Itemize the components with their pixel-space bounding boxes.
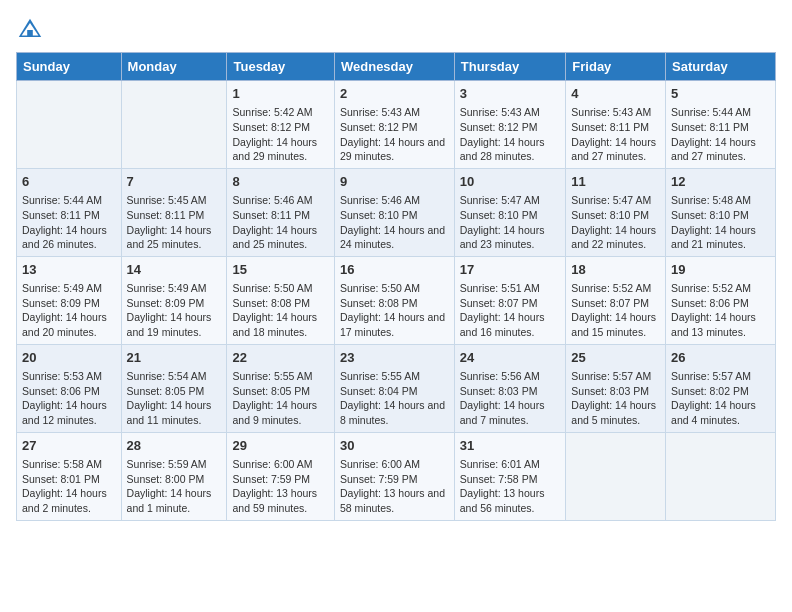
day-info: Sunset: 8:05 PM: [232, 384, 329, 399]
day-info: Daylight: 14 hours and 29 minutes.: [340, 135, 449, 164]
day-number: 20: [22, 349, 116, 367]
calendar-cell: 25Sunrise: 5:57 AMSunset: 8:03 PMDayligh…: [566, 344, 666, 432]
calendar-table: SundayMondayTuesdayWednesdayThursdayFrid…: [16, 52, 776, 521]
day-info: Sunset: 8:09 PM: [22, 296, 116, 311]
calendar-cell: 23Sunrise: 5:55 AMSunset: 8:04 PMDayligh…: [334, 344, 454, 432]
day-number: 15: [232, 261, 329, 279]
day-info: Sunrise: 5:50 AM: [340, 281, 449, 296]
calendar-body: 1Sunrise: 5:42 AMSunset: 8:12 PMDaylight…: [17, 81, 776, 521]
day-info: Daylight: 14 hours and 5 minutes.: [571, 398, 660, 427]
day-info: Sunset: 8:06 PM: [671, 296, 770, 311]
day-info: Sunset: 7:58 PM: [460, 472, 561, 487]
day-number: 22: [232, 349, 329, 367]
day-info: Daylight: 14 hours and 27 minutes.: [571, 135, 660, 164]
calendar-cell: 28Sunrise: 5:59 AMSunset: 8:00 PMDayligh…: [121, 432, 227, 520]
day-info: Sunset: 8:07 PM: [460, 296, 561, 311]
calendar-cell: [566, 432, 666, 520]
day-number: 3: [460, 85, 561, 103]
day-info: Daylight: 14 hours and 18 minutes.: [232, 310, 329, 339]
day-info: Sunset: 8:10 PM: [671, 208, 770, 223]
calendar-cell: 30Sunrise: 6:00 AMSunset: 7:59 PMDayligh…: [334, 432, 454, 520]
day-number: 12: [671, 173, 770, 191]
day-info: Daylight: 14 hours and 16 minutes.: [460, 310, 561, 339]
day-info: Sunrise: 5:58 AM: [22, 457, 116, 472]
day-info: Sunset: 8:10 PM: [460, 208, 561, 223]
day-info: Daylight: 14 hours and 24 minutes.: [340, 223, 449, 252]
day-info: Sunrise: 5:50 AM: [232, 281, 329, 296]
day-info: Sunrise: 5:57 AM: [671, 369, 770, 384]
day-number: 14: [127, 261, 222, 279]
day-info: Sunrise: 5:44 AM: [671, 105, 770, 120]
day-number: 27: [22, 437, 116, 455]
calendar-cell: 18Sunrise: 5:52 AMSunset: 8:07 PMDayligh…: [566, 256, 666, 344]
calendar-cell: 4Sunrise: 5:43 AMSunset: 8:11 PMDaylight…: [566, 81, 666, 169]
weekday-header-row: SundayMondayTuesdayWednesdayThursdayFrid…: [17, 53, 776, 81]
calendar-week-1: 1Sunrise: 5:42 AMSunset: 8:12 PMDaylight…: [17, 81, 776, 169]
day-info: Sunrise: 5:55 AM: [340, 369, 449, 384]
weekday-header-monday: Monday: [121, 53, 227, 81]
day-number: 10: [460, 173, 561, 191]
day-number: 16: [340, 261, 449, 279]
day-info: Daylight: 14 hours and 15 minutes.: [571, 310, 660, 339]
weekday-header-tuesday: Tuesday: [227, 53, 335, 81]
day-info: Daylight: 14 hours and 8 minutes.: [340, 398, 449, 427]
day-info: Sunrise: 5:53 AM: [22, 369, 116, 384]
calendar-cell: 12Sunrise: 5:48 AMSunset: 8:10 PMDayligh…: [666, 168, 776, 256]
day-info: Sunrise: 5:49 AM: [127, 281, 222, 296]
logo: [16, 16, 48, 44]
day-info: Sunset: 8:03 PM: [460, 384, 561, 399]
day-info: Daylight: 14 hours and 1 minute.: [127, 486, 222, 515]
day-number: 4: [571, 85, 660, 103]
calendar-week-4: 20Sunrise: 5:53 AMSunset: 8:06 PMDayligh…: [17, 344, 776, 432]
day-info: Sunset: 8:11 PM: [571, 120, 660, 135]
day-info: Daylight: 14 hours and 21 minutes.: [671, 223, 770, 252]
logo-icon: [16, 16, 44, 44]
day-info: Daylight: 13 hours and 59 minutes.: [232, 486, 329, 515]
day-number: 1: [232, 85, 329, 103]
day-number: 2: [340, 85, 449, 103]
day-number: 24: [460, 349, 561, 367]
day-number: 8: [232, 173, 329, 191]
day-info: Sunset: 8:12 PM: [232, 120, 329, 135]
day-info: Daylight: 14 hours and 25 minutes.: [127, 223, 222, 252]
day-info: Sunset: 8:11 PM: [232, 208, 329, 223]
day-number: 13: [22, 261, 116, 279]
day-info: Sunrise: 5:57 AM: [571, 369, 660, 384]
day-number: 11: [571, 173, 660, 191]
day-info: Sunrise: 5:49 AM: [22, 281, 116, 296]
calendar-cell: 7Sunrise: 5:45 AMSunset: 8:11 PMDaylight…: [121, 168, 227, 256]
day-info: Sunset: 8:01 PM: [22, 472, 116, 487]
day-info: Sunrise: 5:46 AM: [232, 193, 329, 208]
calendar-week-5: 27Sunrise: 5:58 AMSunset: 8:01 PMDayligh…: [17, 432, 776, 520]
calendar-cell: 5Sunrise: 5:44 AMSunset: 8:11 PMDaylight…: [666, 81, 776, 169]
day-info: Daylight: 14 hours and 9 minutes.: [232, 398, 329, 427]
day-info: Sunrise: 5:52 AM: [671, 281, 770, 296]
calendar-cell: 20Sunrise: 5:53 AMSunset: 8:06 PMDayligh…: [17, 344, 122, 432]
day-info: Daylight: 13 hours and 58 minutes.: [340, 486, 449, 515]
day-number: 23: [340, 349, 449, 367]
day-info: Sunrise: 5:43 AM: [340, 105, 449, 120]
day-info: Sunrise: 5:54 AM: [127, 369, 222, 384]
day-info: Sunrise: 5:51 AM: [460, 281, 561, 296]
day-number: 26: [671, 349, 770, 367]
day-info: Sunrise: 5:43 AM: [571, 105, 660, 120]
day-info: Daylight: 14 hours and 19 minutes.: [127, 310, 222, 339]
calendar-cell: 14Sunrise: 5:49 AMSunset: 8:09 PMDayligh…: [121, 256, 227, 344]
day-info: Sunset: 8:11 PM: [127, 208, 222, 223]
day-info: Sunset: 8:11 PM: [671, 120, 770, 135]
calendar-cell: 6Sunrise: 5:44 AMSunset: 8:11 PMDaylight…: [17, 168, 122, 256]
day-info: Sunrise: 5:46 AM: [340, 193, 449, 208]
day-number: 28: [127, 437, 222, 455]
day-info: Daylight: 14 hours and 28 minutes.: [460, 135, 561, 164]
day-info: Sunrise: 6:00 AM: [232, 457, 329, 472]
day-info: Daylight: 14 hours and 27 minutes.: [671, 135, 770, 164]
day-info: Sunset: 8:06 PM: [22, 384, 116, 399]
day-info: Sunrise: 5:56 AM: [460, 369, 561, 384]
day-info: Sunrise: 5:47 AM: [460, 193, 561, 208]
calendar-cell: 15Sunrise: 5:50 AMSunset: 8:08 PMDayligh…: [227, 256, 335, 344]
page-header: [16, 16, 776, 44]
day-number: 5: [671, 85, 770, 103]
day-info: Daylight: 14 hours and 23 minutes.: [460, 223, 561, 252]
calendar-cell: 8Sunrise: 5:46 AMSunset: 8:11 PMDaylight…: [227, 168, 335, 256]
day-number: 18: [571, 261, 660, 279]
